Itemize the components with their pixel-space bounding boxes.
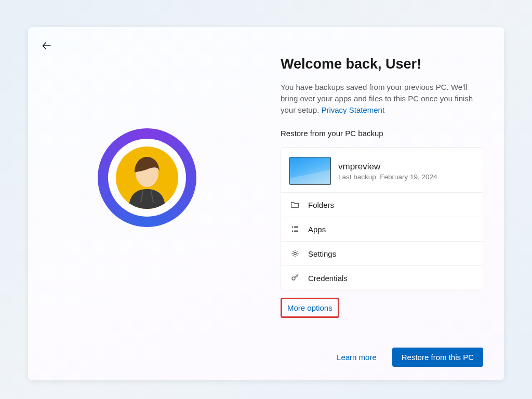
avatar-ring-inner — [108, 139, 186, 217]
pc-thumbnail-icon — [289, 157, 331, 185]
backup-header[interactable]: vmpreview Last backup: February 19, 2024 — [281, 148, 483, 192]
more-options-link[interactable]: More options — [281, 298, 339, 318]
svg-point-6 — [292, 277, 295, 280]
privacy-statement-link[interactable]: Privacy Statement — [321, 105, 384, 114]
backup-row-apps[interactable]: Apps — [281, 217, 483, 241]
arrow-left-icon — [42, 41, 52, 51]
row-label: Settings — [308, 249, 336, 258]
backup-row-settings[interactable]: Settings — [281, 241, 483, 265]
folder-icon — [290, 200, 300, 209]
footer-actions: Learn more Restore from this PC — [330, 348, 483, 367]
backup-subtitle: Last backup: February 19, 2024 — [338, 173, 437, 181]
gear-icon — [290, 249, 300, 258]
backup-row-credentials[interactable]: Credentials — [281, 265, 483, 290]
row-label: Apps — [308, 225, 326, 234]
apps-icon — [290, 224, 300, 234]
oobe-card: Welcome back, User! You have backups sav… — [28, 27, 504, 380]
svg-rect-3 — [294, 227, 298, 228]
page-title: Welcome back, User! — [281, 56, 483, 72]
svg-rect-4 — [294, 231, 298, 232]
content-pane: Welcome back, User! You have backups sav… — [266, 27, 504, 380]
row-label: Folders — [308, 201, 334, 209]
row-label: Credentials — [308, 274, 348, 283]
section-label: Restore from your PC backup — [281, 129, 483, 138]
avatar-icon — [116, 147, 178, 209]
learn-more-link[interactable]: Learn more — [330, 349, 383, 366]
backup-card: vmpreview Last backup: February 19, 2024… — [281, 147, 483, 290]
svg-point-2 — [292, 231, 294, 232]
page-description: You have backups saved from your previou… — [281, 82, 483, 115]
back-button[interactable] — [41, 39, 53, 52]
svg-point-1 — [292, 227, 294, 228]
key-icon — [290, 273, 300, 283]
backup-row-folders[interactable]: Folders — [281, 192, 483, 217]
svg-point-5 — [294, 252, 297, 255]
illustration-pane — [28, 27, 266, 380]
avatar-ring — [98, 128, 196, 227]
backup-pc-name: vmpreview — [338, 162, 437, 172]
restore-button[interactable]: Restore from this PC — [392, 348, 483, 367]
